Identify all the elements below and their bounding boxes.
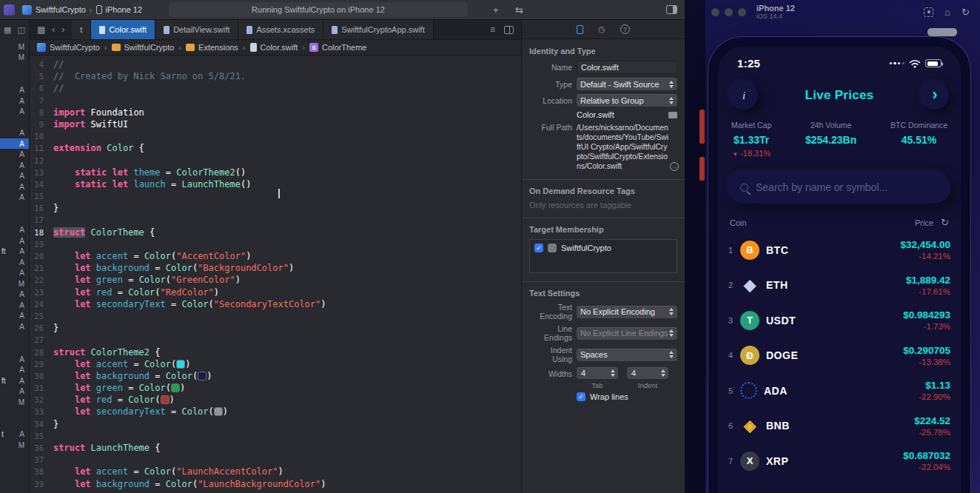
stepper-icon[interactable] <box>611 369 615 377</box>
name-field[interactable]: Color.swift <box>577 61 677 74</box>
code-line[interactable]: 38 let accent = Color("LaunchAccentColor… <box>30 466 521 477</box>
breadcrumb-item[interactable]: Extensions <box>186 43 238 52</box>
indent-using-dropdown[interactable]: Spaces <box>577 349 677 361</box>
zoom-window-icon[interactable] <box>738 8 746 16</box>
code-line[interactable]: 25 <box>30 310 521 322</box>
reveal-arrow-icon[interactable]: → <box>670 162 679 171</box>
code-line[interactable]: 19 <box>30 238 521 250</box>
indent-width-stepper[interactable]: 4 <box>627 367 668 379</box>
window-controls[interactable] <box>711 8 746 16</box>
navigator-file-row[interactable]: M <box>0 440 29 451</box>
editor-tab[interactable]: Assets.xcassets <box>238 20 323 39</box>
navigator-file-row[interactable]: M <box>0 278 29 289</box>
forward-button[interactable]: › <box>61 24 64 35</box>
navigator-file-row[interactable]: A <box>0 354 29 365</box>
code-line[interactable]: 8import Foundation <box>30 107 521 118</box>
code-line[interactable]: 30 let background = Color() <box>30 370 521 382</box>
code-line[interactable]: 22 let green = Color("GreenColor") <box>30 274 521 286</box>
code-line[interactable]: 39 let background = Color("LaunchBackgro… <box>30 478 521 490</box>
navigator-file-row[interactable]: A <box>0 181 29 192</box>
coin-row[interactable]: 7XXRP$0.687032-22.04% <box>718 443 961 479</box>
breadcrumb-item[interactable]: SwiftfulCrypto <box>37 43 100 52</box>
stepper-icon[interactable] <box>661 369 665 377</box>
wrap-lines-checkbox[interactable]: ✓ <box>577 392 585 401</box>
rotate-icon[interactable]: ↻ <box>961 7 970 18</box>
info-button[interactable]: i <box>730 81 758 110</box>
code-line[interactable]: 10 <box>30 130 521 142</box>
code-line[interactable]: 31 let green = Color() <box>30 382 521 394</box>
target-row[interactable]: ✓ SwiftfulCrypto <box>534 244 672 252</box>
navigator-file-row[interactable] <box>0 461 29 472</box>
code-line[interactable]: 15 <box>30 190 521 202</box>
minimize-window-icon[interactable] <box>725 8 733 16</box>
screenshot-icon[interactable] <box>924 7 933 17</box>
code-line[interactable]: 7 <box>30 95 521 107</box>
portfolio-button[interactable]: › <box>921 81 949 110</box>
editor-tab[interactable]: DetailView.swift <box>155 20 238 39</box>
navigator-file-row[interactable] <box>0 63 29 74</box>
breadcrumb-item[interactable]: SwiftfulCrypto <box>112 43 175 52</box>
navigator-file-row[interactable] <box>0 214 29 225</box>
code-line[interactable]: 13 static let theme = ColorTheme2() <box>30 167 521 178</box>
code-line[interactable]: 23 let red = Color("RedColor") <box>30 286 521 298</box>
type-dropdown[interactable]: Default - Swift Source <box>577 78 677 90</box>
code-line[interactable]: 17 <box>30 214 521 226</box>
code-line[interactable]: 35 <box>30 430 521 442</box>
navigator-file-row[interactable]: A <box>0 300 29 311</box>
code-line[interactable]: 18struct ColorTheme { <box>30 227 521 238</box>
code-line[interactable]: 26} <box>30 322 521 334</box>
odr-placeholder[interactable]: Only resources are taggable <box>529 201 677 209</box>
code-line[interactable]: 14 static let launch = LaunchTheme() <box>30 178 521 190</box>
coin-row[interactable]: 4ÐDOGE$0.290705-13.38% <box>718 338 961 374</box>
color-literal-swatch[interactable] <box>161 395 170 404</box>
price-column-label[interactable]: Price <box>915 218 933 227</box>
editor-tab[interactable]: Color.swift <box>91 20 155 39</box>
code-line[interactable]: 20 let accent = Color("AccentColor") <box>30 250 521 262</box>
code-line[interactable]: 28struct ColorTheme2 { <box>30 346 521 358</box>
navigator-file-row[interactable]: A <box>0 289 29 301</box>
coin-row[interactable]: 6◈BNB$224.52-25.78% <box>718 409 961 444</box>
navigator-file-row[interactable] <box>0 74 29 85</box>
color-literal-swatch[interactable] <box>176 360 185 369</box>
code-line[interactable]: 27 <box>30 334 521 346</box>
coin-row[interactable]: 2◆ETH$1,889.42-17.61% <box>718 268 961 303</box>
navigator-file-row[interactable]: M <box>0 397 29 408</box>
navigator-file-row[interactable]: ftA <box>0 246 29 257</box>
editor-tab[interactable]: SwiftfulCryptoApp.swift <box>323 20 433 39</box>
code-line[interactable]: 5// Created by Nick Sarno on 5/8/21. <box>30 70 521 82</box>
refresh-icon[interactable]: ↻ <box>941 217 949 228</box>
navigator-file-row[interactable]: A <box>0 386 29 398</box>
navigator-grid-icon[interactable]: ▦ <box>4 25 11 35</box>
split-editor-icon[interactable] <box>504 26 514 34</box>
editor-tab[interactable]: t <box>72 20 91 39</box>
navigator-file-row[interactable]: A <box>0 364 29 375</box>
navigator-file-row[interactable]: A <box>0 160 29 171</box>
location-dropdown[interactable]: Relative to Group <box>577 94 677 107</box>
inspector-toggle-button[interactable] <box>666 5 677 14</box>
scheme-selector[interactable]: SwiftfulCrypto › iPhone 12 <box>22 5 142 15</box>
checkbox-checked-icon[interactable]: ✓ <box>534 244 543 252</box>
navigator-file-row[interactable] <box>0 203 29 214</box>
file-inspector-tab-icon[interactable] <box>577 25 583 34</box>
search-input[interactable]: Search by name or symbol... <box>728 171 950 204</box>
navigator-issues-icon[interactable]: ◫ <box>17 25 24 35</box>
line-endings-dropdown[interactable]: No Explicit Line Endings <box>577 327 677 340</box>
navigator-file-row[interactable]: M <box>0 41 29 53</box>
code-line[interactable]: 34} <box>30 418 521 430</box>
navigator-file-row[interactable]: A <box>0 95 29 107</box>
navigator-file-row[interactable] <box>0 418 29 429</box>
code-line[interactable]: 21 let background = Color("BackgroundCol… <box>30 262 521 274</box>
navigator-file-row[interactable]: A <box>0 224 29 235</box>
navigator-file-row[interactable]: A <box>0 235 29 246</box>
navigator-file-list[interactable]: MMAAAAAAAAAAAAftAAAMAAAAAAftAAMtAM <box>0 39 29 493</box>
navigator-file-row[interactable]: A <box>0 138 29 150</box>
code-line[interactable]: 37 <box>30 454 521 466</box>
code-line[interactable]: 33 let secondaryText = Color() <box>30 406 521 417</box>
navigator-file-row[interactable]: A <box>0 149 29 160</box>
navigator-file-row[interactable]: tA <box>0 429 29 440</box>
navigator-file-row[interactable]: A <box>0 321 29 332</box>
color-literal-swatch[interactable] <box>171 383 180 392</box>
close-window-icon[interactable] <box>711 8 719 16</box>
code-line[interactable]: 36struct LaunchTheme { <box>30 442 521 454</box>
breadcrumb-item[interactable]: Color.swift <box>250 43 298 52</box>
